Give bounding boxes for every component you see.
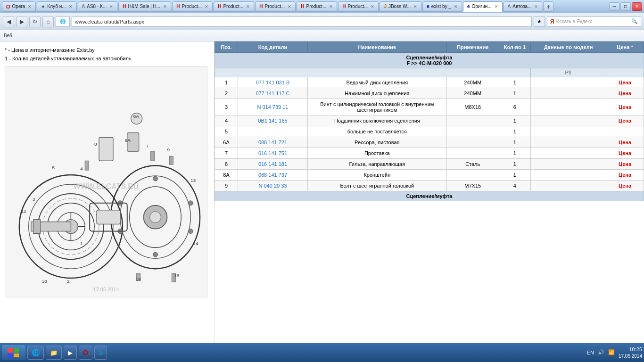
part-link[interactable]: N 014 739 11: [257, 104, 288, 110]
taskbar-skype[interactable]: S: [94, 346, 107, 360]
taskbar-ie[interactable]: 🌐: [27, 346, 44, 360]
part-link[interactable]: N 040 20 33: [259, 183, 287, 189]
svg-rect-30: [85, 161, 89, 170]
bookmark-star[interactable]: ★: [534, 16, 545, 27]
tab-product2[interactable]: H Product... ✕: [214, 1, 254, 12]
tab-exist[interactable]: e exist by _ ✕: [422, 1, 462, 12]
home-button[interactable]: ⌂: [42, 16, 54, 27]
svg-text:WWW.ELCATS.RU: WWW.ELCATS.RU: [74, 182, 139, 190]
taskbar-explorer[interactable]: 📁: [46, 346, 62, 360]
table-row: 8А 088 141 737 Кронштейн 1 Цена: [215, 170, 644, 181]
diagram-svg: 10 2 1 12 3 5 4 8 8A 6A 7 9 13 14 16 19 …: [5, 67, 207, 297]
tab-opera[interactable]: O Opera ✕: [2, 1, 36, 12]
col-header-code: Код детали: [238, 42, 308, 53]
bookmark-web[interactable]: Веб: [4, 33, 12, 38]
part-link[interactable]: 088 141 737: [258, 172, 287, 178]
tab-jboss[interactable]: J JBoss W... ✕: [380, 1, 421, 12]
new-tab-button[interactable]: +: [543, 1, 553, 12]
svg-text:6A: 6A: [133, 114, 140, 119]
subheader-row: Сцепление/муфтаF >> 4C-M-020 000: [215, 53, 644, 68]
address-bar[interactable]: www.elcats.ru/audi/Parts.aspx: [72, 16, 532, 27]
col-header-pos: Поз.: [215, 42, 238, 53]
tab-product5[interactable]: H Product... ✕: [338, 1, 379, 12]
main-content: * - Цена в интернет-магазине Exist.by 1 …: [0, 41, 644, 343]
svg-rect-32: [169, 156, 173, 165]
parts-table-area: Поз. Код детали Наименование Примечание …: [215, 41, 644, 343]
svg-text:16: 16: [174, 273, 180, 278]
close-button[interactable]: ✕: [632, 2, 642, 11]
close-tab-hm-sale[interactable]: ✕: [163, 4, 167, 9]
maximize-button[interactable]: □: [620, 2, 631, 11]
svg-point-19: [188, 229, 193, 234]
close-tab-p3[interactable]: ✕: [288, 4, 291, 9]
tab-hm-sale[interactable]: H H&M Sale | H... ✕: [118, 1, 171, 12]
reload-button[interactable]: ↻: [29, 16, 41, 27]
close-tab-exist[interactable]: ✕: [454, 4, 458, 9]
close-tab-p4[interactable]: ✕: [329, 4, 333, 9]
col-header-note: Примечание: [446, 42, 499, 53]
row-name: Ведомый диск сцепления: [307, 77, 446, 88]
model-rt-row: РТ: [215, 68, 644, 77]
svg-text:7: 7: [146, 144, 149, 149]
close-tab-p1[interactable]: ✕: [205, 4, 208, 9]
part-link[interactable]: 0В1 141 165: [258, 118, 287, 123]
table-row: 9 N 040 20 33 Болт с шестигранной головк…: [215, 181, 644, 191]
svg-text:2: 2: [67, 279, 70, 284]
close-tab-avto[interactable]: ✕: [534, 4, 538, 9]
footer-subheader-row: Сцепление/муфта: [215, 191, 644, 201]
close-tab-original[interactable]: ✕: [495, 4, 498, 9]
svg-rect-31: [151, 151, 155, 161]
svg-text:19: 19: [136, 277, 141, 282]
row-code: 077 141 031 В: [238, 77, 308, 88]
close-tab-opera[interactable]: ✕: [28, 4, 32, 9]
close-tab-jboss[interactable]: ✕: [413, 4, 417, 9]
tab-as8[interactable]: A AS8 - К... ✕: [78, 1, 118, 12]
part-link[interactable]: 088 141 721: [258, 140, 287, 145]
svg-text:1: 1: [80, 241, 83, 247]
tab-avto[interactable]: A Автоза... ✕: [504, 1, 543, 12]
table-row: 8 016 141 181 Гильза, направляющая Сталь…: [215, 159, 644, 170]
tab-product4[interactable]: H Product... ✕: [297, 1, 337, 12]
title-bar: O Opera ✕ ★ Клуб и... ✕ A AS8 - К... ✕ H…: [0, 0, 644, 13]
tab-product1[interactable]: H Product... ✕: [172, 1, 213, 12]
minimize-button[interactable]: ─: [609, 2, 619, 11]
close-tab-as8[interactable]: ✕: [109, 4, 113, 9]
diagram-area: * - Цена в интернет-магазине Exist.by 1 …: [0, 41, 215, 343]
row-note: 240ММ: [446, 77, 499, 88]
svg-point-16: [150, 212, 161, 223]
favicon-box: 🌐: [56, 16, 70, 27]
taskbar-volume-icon: 🔊: [598, 349, 604, 355]
table-row: 7 016 141 751 Проставка 1 Цена: [215, 148, 644, 159]
svg-text:10: 10: [42, 279, 48, 284]
svg-rect-55: [8, 354, 13, 357]
close-tab-p2[interactable]: ✕: [246, 4, 250, 9]
svg-text:9: 9: [167, 147, 170, 152]
col-header-price: Цена *: [606, 42, 644, 53]
start-button[interactable]: [2, 345, 25, 360]
row-pos: 1: [215, 77, 238, 88]
part-link[interactable]: 077 141 031 В: [256, 80, 290, 85]
tab-club[interactable]: ★ Клуб и... ✕: [37, 1, 76, 12]
search-bar[interactable]: Я Искать в Яндекс 🔍: [547, 16, 641, 27]
part-link[interactable]: 077 141 117 С: [256, 90, 289, 96]
nav-bar: ◀ ▶ ↻ ⌂ 🌐 www.elcats.ru/audi/Parts.aspx …: [0, 13, 644, 30]
taskbar: 🌐 📁 ▶ O S EN 🔊 📶 10:25 17.05.2014: [0, 343, 644, 362]
taskbar-media[interactable]: ▶: [64, 346, 77, 360]
tab-original[interactable]: e Оригин... ✕: [463, 1, 503, 12]
part-link[interactable]: 016 141 751: [258, 150, 287, 156]
table-row: 2 077 141 117 С Нажимной диск сцепления …: [215, 88, 644, 99]
svg-text:12: 12: [21, 208, 27, 214]
svg-rect-54: [14, 348, 19, 353]
tab-product3[interactable]: H Product... ✕: [255, 1, 296, 12]
svg-point-18: [188, 201, 193, 206]
bookmark-bar: Веб: [0, 30, 644, 41]
table-row: 5 больше не поставляется 1: [215, 126, 644, 137]
row-qty: 1: [499, 77, 531, 88]
taskbar-opera-app[interactable]: O: [79, 346, 92, 360]
taskbar-right: EN 🔊 📶 10:25 17.05.2014: [587, 346, 642, 359]
back-button[interactable]: ◀: [3, 16, 14, 27]
close-tab-p5[interactable]: ✕: [371, 4, 374, 9]
forward-button[interactable]: ▶: [16, 16, 27, 27]
part-link[interactable]: 016 141 181: [258, 161, 287, 167]
close-tab-club[interactable]: ✕: [69, 4, 73, 9]
